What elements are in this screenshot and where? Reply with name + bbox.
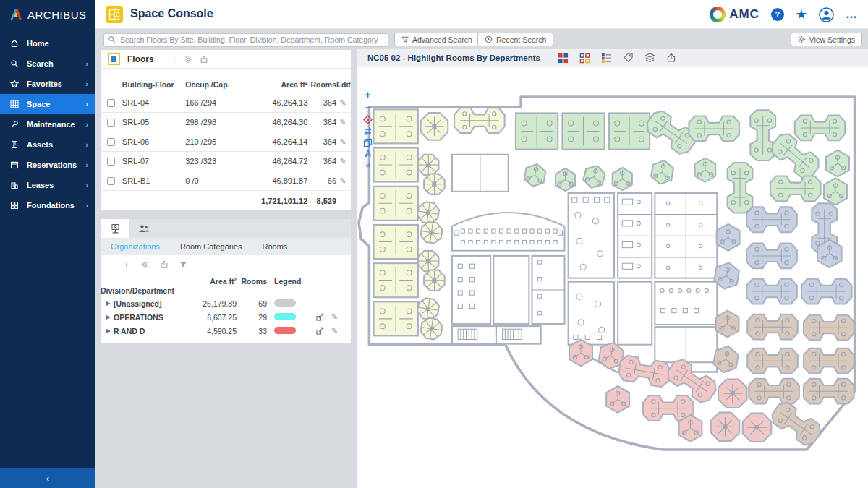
legend-list-icon[interactable] xyxy=(601,53,612,63)
add-icon[interactable]: + xyxy=(124,260,129,270)
archibus-logo[interactable]: ARCHIBUS xyxy=(0,0,95,29)
wrench-icon xyxy=(10,120,20,129)
gear-icon[interactable] xyxy=(140,260,149,269)
row-checkbox[interactable] xyxy=(107,177,115,185)
advanced-search-button[interactable]: Advanced Search xyxy=(394,33,480,46)
floorplan-header: NC05 02 - Highlight Rooms By Departments xyxy=(357,49,868,67)
recent-search-button[interactable]: Recent Search xyxy=(477,33,553,46)
expand-caret-icon[interactable]: ▶ xyxy=(101,300,114,307)
chevron-right-icon: › xyxy=(85,140,88,149)
edit-icon[interactable]: ✎ xyxy=(339,157,346,166)
export-icon[interactable] xyxy=(666,53,676,63)
tab-rooms[interactable]: Rooms xyxy=(252,242,297,251)
sidebar-item-reservations[interactable]: Reservations› xyxy=(0,155,95,175)
legend-swatch xyxy=(274,313,296,320)
sidebar-item-assets[interactable]: Assets› xyxy=(0,134,95,155)
sidebar-item-foundations[interactable]: Foundations› xyxy=(0,195,95,215)
floors-panel-icon xyxy=(108,53,120,65)
table-row[interactable]: SRL-04166 /294 46,264.13364 ✎ xyxy=(101,93,351,113)
space-grid-icon xyxy=(10,100,20,108)
filter-icon[interactable] xyxy=(179,261,187,269)
legend-swatch xyxy=(274,299,296,307)
add-icon[interactable]: + xyxy=(171,53,177,64)
sidebar-item-space[interactable]: Space› xyxy=(0,94,95,114)
row-checkbox[interactable] xyxy=(107,119,115,127)
table-row[interactable]: SRL-05298 /298 46,264.30364 ✎ xyxy=(101,113,351,132)
tab-room-categories[interactable]: Room Categories xyxy=(170,242,252,251)
sidebar-item-home[interactable]: Home xyxy=(0,33,95,53)
edit-icon[interactable]: ✎ xyxy=(331,312,338,322)
more-menu-icon[interactable]: … xyxy=(846,8,858,21)
edit-icon[interactable]: ✎ xyxy=(339,137,346,146)
row-checkbox[interactable] xyxy=(107,138,115,146)
row-checkbox[interactable] xyxy=(107,158,115,166)
sidebar-item-leases[interactable]: Leases› xyxy=(0,175,95,195)
tag-icon[interactable] xyxy=(623,53,634,63)
gear-icon[interactable] xyxy=(184,55,192,64)
brand-text: ARCHIBUS xyxy=(27,9,87,21)
organizations-panel: Organizations Room Categories Rooms + Ar… xyxy=(100,218,352,344)
edit-icon[interactable]: ✎ xyxy=(331,326,338,335)
swap-arrows-icon[interactable] xyxy=(363,127,373,136)
sidebar-item-maintenance[interactable]: Maintenance› xyxy=(0,114,95,134)
text-size-large-button[interactable]: A xyxy=(365,150,371,158)
expand-caret-icon[interactable]: ▶ xyxy=(101,314,114,320)
org-row[interactable]: ▶ OPERATIONS 6,607.25 29 ✎ xyxy=(101,310,351,324)
text-size-small-button[interactable]: a xyxy=(365,160,370,168)
center-target-icon[interactable] xyxy=(363,115,373,124)
chevron-right-icon: › xyxy=(85,160,88,169)
amc-logo: AMC xyxy=(710,7,760,22)
copy-layers-icon[interactable] xyxy=(363,138,373,147)
zoom-in-button[interactable]: + xyxy=(365,89,371,100)
floors-table-header: Building-Floor Occup./Cap. Area ft² Room… xyxy=(101,69,351,93)
highlight-icon[interactable] xyxy=(316,327,324,335)
table-row[interactable]: SRL-B10 /0 46,891.8766 ✎ xyxy=(101,171,351,191)
chevron-right-icon: › xyxy=(85,59,88,68)
table-row[interactable]: SRL-06210 /295 46,264.14364 ✎ xyxy=(101,132,351,152)
filter-icon xyxy=(401,36,409,43)
export-icon[interactable] xyxy=(160,260,169,269)
floorplan-title: NC05 02 - Highlight Rooms By Departments xyxy=(367,53,540,62)
sidebar-item-search[interactable]: Search› xyxy=(0,53,95,74)
help-icon[interactable]: ? xyxy=(771,8,784,21)
edit-icon[interactable]: ✎ xyxy=(339,118,346,127)
space-console-app: ARCHIBUS Space Console AMC ? ★ … Home Se… xyxy=(0,0,868,488)
tab-organizations[interactable]: Organizations xyxy=(101,242,170,251)
zoom-out-button[interactable]: − xyxy=(365,102,371,113)
tab-people[interactable] xyxy=(129,219,158,238)
chevron-right-icon: › xyxy=(85,201,88,210)
view-settings-button[interactable]: View Settings xyxy=(791,33,862,46)
four-squares-icon xyxy=(10,201,20,210)
user-avatar-icon[interactable] xyxy=(819,7,834,22)
edit-icon[interactable]: ✎ xyxy=(339,98,346,107)
layers-icon[interactable] xyxy=(644,53,655,63)
favorites-star-icon[interactable]: ★ xyxy=(796,7,807,22)
floors-title: Floors xyxy=(127,54,154,64)
floorplan-panel: NC05 02 - Highlight Rooms By Departments… xyxy=(357,49,868,488)
search-input[interactable] xyxy=(103,33,388,47)
highlight-icon[interactable] xyxy=(316,313,324,321)
highlight-outline-grid-icon[interactable] xyxy=(579,53,590,64)
calendar-icon xyxy=(10,160,20,169)
tab-org-chart[interactable] xyxy=(101,219,129,238)
sidebar: Home Search› Favorites› Space› Maintenan… xyxy=(0,29,95,468)
chevron-right-icon: › xyxy=(85,181,88,189)
group-column-label: Division/Department xyxy=(101,286,174,295)
star-icon xyxy=(10,80,20,88)
highlight-solid-grid-icon[interactable] xyxy=(558,53,569,64)
search-icon xyxy=(108,35,116,43)
sidebar-collapse-button[interactable]: ‹ xyxy=(0,468,95,488)
edit-icon[interactable]: ✎ xyxy=(339,176,346,185)
floorplan-canvas[interactable]: + − A a xyxy=(357,67,868,488)
org-chart-icon xyxy=(110,223,121,234)
expand-caret-icon[interactable]: ▶ xyxy=(101,328,114,334)
chevron-right-icon: › xyxy=(85,80,88,88)
document-icon xyxy=(10,140,20,149)
org-row[interactable]: ▶ [Unassigned] 26,179.89 69 xyxy=(101,296,351,310)
sidebar-item-favorites[interactable]: Favorites› xyxy=(0,74,95,94)
row-checkbox[interactable] xyxy=(107,99,115,107)
table-row[interactable]: SRL-07323 /323 46,264.72364 ✎ xyxy=(101,152,351,171)
people-icon xyxy=(138,223,150,234)
export-icon[interactable] xyxy=(200,55,208,64)
org-row[interactable]: ▶ R AND D 4,590.25 33 ✎ xyxy=(101,324,351,338)
